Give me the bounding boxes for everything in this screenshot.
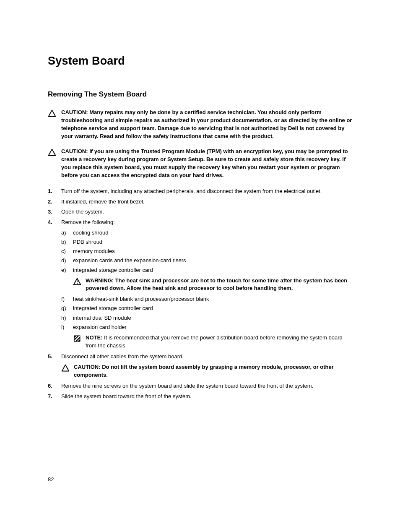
sub-list: cooling shroud PDB shroud memory modules… — [61, 229, 354, 350]
step-item: Slide the system board toward the front … — [48, 392, 354, 401]
caution-icon — [48, 109, 56, 117]
step-item: Open the system. — [48, 208, 354, 216]
note-notice: NOTE: It is recommended that you remove … — [73, 334, 354, 350]
document-page: System Board Removing The System Board C… — [0, 0, 400, 532]
caution-text: CAUTION: If you are using the Trusted Pr… — [61, 148, 354, 179]
warning-notice: WARNING: The heat sink and processor are… — [73, 277, 354, 293]
section-heading: Removing The System Board — [48, 90, 354, 99]
svg-point-1 — [77, 283, 78, 284]
note-icon — [73, 334, 81, 343]
caution-icon — [48, 148, 56, 156]
page-title: System Board — [48, 55, 354, 68]
caution-notice: CAUTION: Do not lift the system board as… — [61, 363, 354, 379]
sub-item: expansion card holder NOTE: It is recomm… — [61, 323, 354, 350]
note-text: NOTE: It is recommended that you remove … — [86, 334, 354, 350]
warning-icon — [73, 277, 81, 286]
procedure-list: Turn off the system, including any attac… — [48, 187, 354, 401]
sub-item: integrated storage controller card — [61, 304, 354, 313]
sub-item: internal dual SD module — [61, 314, 354, 322]
caution-icon — [61, 364, 70, 372]
step-item: Turn off the system, including any attac… — [48, 187, 354, 196]
sub-item: expansion cards and the expansion-card r… — [61, 256, 354, 265]
sub-item: memory modules — [61, 247, 354, 256]
caution-notice: CAUTION: Many repairs may only be done b… — [48, 109, 354, 140]
step-item: Remove the following: cooling shroud PDB… — [48, 218, 354, 349]
sub-item: integrated storage controller card WARNI… — [61, 266, 354, 293]
warning-text: WARNING: The heat sink and processor are… — [86, 277, 354, 293]
step-item: If installed, remove the front bezel. — [48, 198, 354, 206]
caution-notice: CAUTION: If you are using the Trusted Pr… — [48, 148, 354, 179]
step-item: Remove the nine screws on the system boa… — [48, 382, 354, 391]
sub-item: PDB shroud — [61, 238, 354, 246]
caution-text: CAUTION: Do not lift the system board as… — [74, 363, 354, 379]
page-number: 82 — [48, 476, 54, 482]
sub-item: heat sink/heat-sink blank and processor/… — [61, 295, 354, 303]
sub-item: cooling shroud — [61, 229, 354, 237]
step-item: Disconnect all other cables from the sys… — [48, 352, 354, 379]
caution-text: CAUTION: Many repairs may only be done b… — [61, 109, 354, 140]
